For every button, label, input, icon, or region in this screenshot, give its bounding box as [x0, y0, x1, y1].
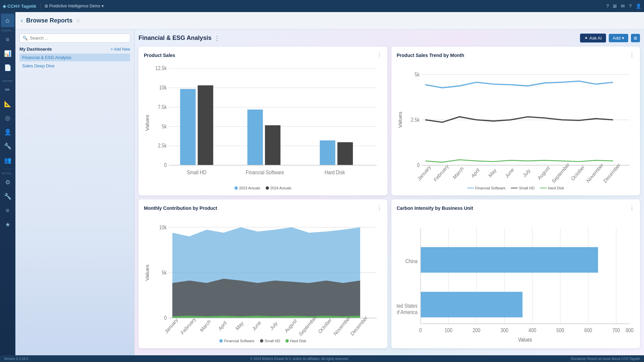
svg-text:United States: United States [397, 303, 418, 309]
dashboard-title: Financial & ESG Analysis [139, 35, 211, 42]
nav-separator-1 [3, 76, 13, 76]
analytics-icon: ≡ [6, 36, 9, 43]
expand-button[interactable]: ⊞ [631, 34, 640, 42]
carbon-intensity-menu[interactable]: ⋮ [629, 205, 635, 211]
statusbar: Version 6.3.28.0 © 2024 Wolters Kluwer N… [0, 355, 644, 362]
monthly-contribution-svg: 10k 5k 0 Values January February March [144, 215, 382, 336]
svg-text:June: June [504, 167, 515, 179]
bell-icon[interactable]: ? [629, 3, 632, 9]
svg-text:August: August [536, 165, 550, 181]
env-selector[interactable]: ⊞ Predictive Intelligence Demo ▾ [45, 4, 104, 8]
dashboard-actions: ✦ Ask AI Add ▾ ⊞ [580, 34, 640, 43]
sidebar-item-sales-deep-dive[interactable]: Sales Deep Dive [19, 62, 130, 70]
product-sales-menu[interactable]: ⋮ [377, 52, 382, 58]
list-icon: ≡ [6, 207, 9, 214]
add-label: Add [613, 36, 621, 41]
legend-line-hd [540, 188, 547, 188]
product-sales-trend-menu[interactable]: ⋮ [629, 52, 635, 58]
chevron-down-icon: ▾ [102, 4, 104, 8]
sidebar-section-header: My Dashboards + Add New [19, 47, 130, 52]
product-sales-trend-title: Product Sales Trend by Month [397, 53, 464, 58]
app-name: CCH® Tagetik [7, 4, 36, 9]
bar-hd-2024 [337, 142, 353, 165]
nav-item-star[interactable]: ★ [1, 218, 14, 231]
svg-text:August: August [284, 317, 298, 334]
nav-item-chart[interactable]: 📊 [1, 47, 14, 60]
version-label: Version 6.3.28.0 [4, 357, 28, 361]
home-icon: ⌂ [6, 17, 9, 24]
svg-text:2.5k: 2.5k [158, 142, 167, 148]
ask-ai-button[interactable]: ✦ Ask AI [580, 34, 606, 43]
user-icon[interactable]: 👤 [636, 3, 641, 9]
nav-item-list[interactable]: ≡ [1, 204, 14, 217]
legend-label-2024: 2024 Actuals [270, 186, 291, 190]
back-button[interactable]: ‹ [21, 17, 23, 24]
svg-text:May: May [487, 167, 497, 179]
legend-label-mc-fs: Financial Software [224, 339, 255, 343]
svg-text:Small HD: Small HD [187, 169, 207, 175]
add-button[interactable]: Add ▾ [609, 34, 628, 42]
nav-item-home[interactable]: ⌂ [1, 14, 14, 27]
legend-label-mc-shd: Small HD [265, 339, 280, 343]
nav-section-settings: SETTIN... [2, 172, 13, 175]
trend-legend: Financial Software Small HD Hard Disk [397, 186, 635, 190]
line-financial-software [425, 81, 613, 88]
nav-item-design4[interactable]: 👤 [1, 125, 14, 139]
help-icon[interactable]: ? [606, 3, 609, 9]
left-nav: ⌂ CONTR... ≡ 📊 📄 DESIGN ✏ 📐 ◎ 👤 🔧 👥 SETT… [0, 12, 15, 355]
bar-hd-2023 [320, 140, 335, 165]
svg-text:Values: Values [518, 337, 532, 343]
add-new-button[interactable]: + Add New [111, 47, 130, 52]
mail-icon[interactable]: ✉ [621, 3, 625, 9]
nav-item-design6[interactable]: 👥 [1, 154, 14, 167]
svg-text:2.5k: 2.5k [411, 117, 420, 123]
monthly-contribution-title: Monthly Contribution by Product [144, 205, 217, 211]
nav-item-gear[interactable]: ⚙ [1, 176, 14, 189]
svg-text:September: September [550, 161, 570, 183]
svg-text:500: 500 [556, 327, 564, 333]
nav-item-design5[interactable]: 🔧 [1, 139, 14, 153]
main-content: Financial & ESG Analysis ⋮ ✦ Ask AI Add … [135, 29, 644, 355]
gear-icon: ⚙ [5, 179, 10, 186]
search-input[interactable] [30, 36, 127, 41]
svg-text:China: China [405, 258, 418, 264]
nav-item-tools[interactable]: 🔧 [1, 190, 14, 203]
product-sales-card: Product Sales ⋮ 12.5k 10k 7.5k 5k [139, 47, 387, 195]
ai-sparkle-icon: ✦ [584, 36, 588, 41]
monthly-contribution-menu[interactable]: ⋮ [377, 205, 382, 211]
svg-text:5k: 5k [162, 269, 167, 276]
share-icon[interactable]: ⊞ [613, 3, 617, 9]
product-sales-svg: 12.5k 10k 7.5k 5k 2.5k 0 Values [144, 62, 382, 183]
svg-text:400: 400 [528, 327, 536, 333]
svg-text:March: March [199, 318, 212, 333]
document-icon: 📄 [4, 64, 11, 71]
dashboard-menu-button[interactable]: ⋮ [214, 35, 220, 42]
svg-text:10k: 10k [159, 224, 167, 230]
svg-text:700: 700 [612, 327, 620, 333]
dashboard-title-row: Financial & ESG Analysis ⋮ [139, 35, 220, 42]
bar-fs-2023 [247, 110, 263, 165]
wrench-icon: 🔧 [4, 142, 11, 150]
sidebar-search[interactable]: 🔍 [19, 34, 130, 43]
logo-icon: ◈ [3, 4, 6, 9]
nav-item-design3[interactable]: ◎ [1, 111, 14, 125]
disclaimer-links[interactable]: Disclaimer Report an issue About CCH Tag… [571, 357, 640, 361]
svg-text:March: March [451, 165, 464, 180]
dashboard-header: Financial & ESG Analysis ⋮ ✦ Ask AI Add … [139, 34, 640, 43]
nav-item-document[interactable]: 📄 [1, 61, 14, 74]
favorite-icon[interactable]: ☆ [76, 17, 80, 24]
svg-text:April: April [217, 320, 228, 332]
product-sales-legend: 2023 Actuals 2024 Actuals [144, 186, 382, 190]
nav-item-design2[interactable]: 📐 [1, 97, 14, 111]
nav-item-design1[interactable]: ✏ [1, 83, 14, 97]
svg-text:300: 300 [500, 327, 508, 333]
line-hard-disk [425, 160, 613, 162]
nav-item-analytics[interactable]: ≡ [1, 33, 14, 46]
legend-hard-disk: Hard Disk [540, 186, 564, 190]
bar-small-hd-2023 [180, 89, 196, 165]
sidebar-section-dashboards: My Dashboards + Add New Financial & ESG … [15, 47, 134, 70]
sidebar-item-financial-esg[interactable]: Financial & ESG Analysis [19, 54, 130, 61]
svg-text:10k: 10k [159, 84, 167, 90]
sidebar: 🔍 My Dashboards + Add New Financial & ES… [15, 29, 135, 355]
svg-text:October: October [570, 164, 585, 182]
